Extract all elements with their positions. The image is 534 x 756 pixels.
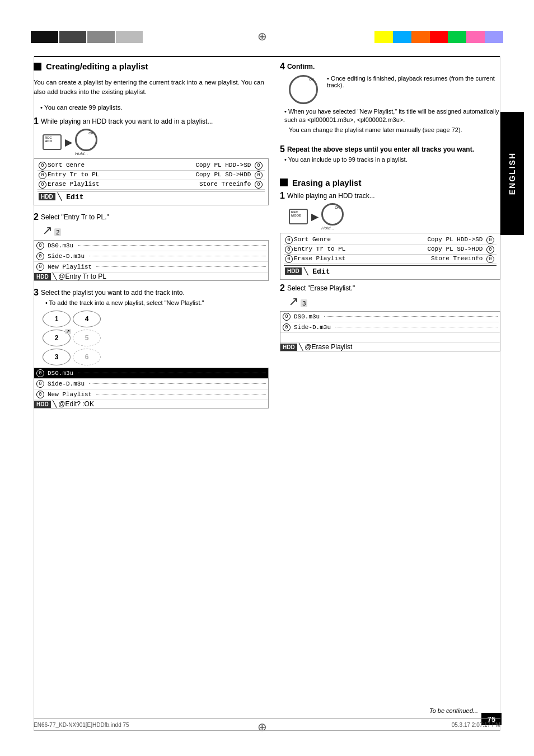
top-border-line [34,56,500,57]
step2-num: 2 [34,212,39,222]
step1-row: 1 While playing an HDD track you want to… [34,116,269,128]
line-ext-6 [96,394,266,395]
bar-light [116,31,143,43]
erase-step1-container: 1 While playing an HDD track... RECMODE … [280,191,500,280]
erasing-section-title: Erasing a playlist [292,178,361,187]
e-circle-r3: 0 [486,255,494,263]
cursor-icon: ↖ [43,223,53,238]
step4-row: 4 Confirm. [280,62,500,73]
pl-row-new-1: 0 New Playlist [34,262,268,273]
step2-row: 2 Select "Entry Tr to PL." [34,212,269,223]
erasing-section-header: Erasing a playlist [280,178,500,187]
bar-dark [59,31,87,43]
erase-step1-row: 1 While playing an HDD track... [280,191,500,202]
step1-knob-area: RECHDD ▶ OK Hold... [43,129,269,156]
erase-step2-desc: Select "Erase Playlist." [287,284,355,292]
confirm-knob: OK [289,75,318,104]
step3-row: 3 Select the playlist you want to add th… [34,288,269,308]
num-1: 1 [43,311,71,327]
confirm-bullet-1: • Once editing is finished, playback res… [327,75,500,88]
erase-menu-row2-left: 0Entry Tr to PL [285,246,345,253]
circle3: 0 [39,181,46,189]
pl-row-ds0-1: 0 DS0.m3u [34,241,268,251]
step5-num: 5 [280,144,285,154]
circle-r3: 0 [255,181,263,189]
erase-step1-menu-box: 0Sort Genre Copy PL HDD->SD 0 0Entry Tr … [280,233,500,280]
cb-red [430,31,448,43]
e-circle2: 0 [285,246,293,253]
step1-container: 1 While playing an HDD track you want to… [34,116,269,208]
step4-extra-2: You can change the playlist name later m… [289,126,500,134]
num-6: 6 [73,349,101,365]
erase-arrow-icon: ▶ [311,212,318,222]
creating-section-title: Creating/editing a playlist [46,62,148,71]
erase-line-ext-1 [324,316,498,317]
circle-new-1: 0 [36,263,44,271]
erase-circle-ds0: 0 [283,313,291,321]
e-circle-r2: 0 [486,246,494,253]
erasing-section-icon [280,179,288,186]
circle-sided-2: 0 [36,380,44,388]
step2-container: 2 Select "Entry Tr to PL." ↖ 2 0 DS0.m3u… [34,212,269,283]
erase-pl-row-ds0: 0 DS0.m3u [280,312,500,322]
circle1: 0 [39,162,46,170]
menu-row2-right: Copy PL SD->HDD 0 [195,171,264,179]
step2-footer-label: ╲ @Entry Tr to PL [53,273,106,280]
footer-filename: EN66-77_KD-NX901[E]HDDfb.indd 75 [34,722,129,728]
reg-mark-top: ⊕ [257,30,267,43]
pl-sided-2-name: Side-D.m3u [48,381,85,387]
circle-r1: 0 [255,162,263,170]
cb-orange [411,31,430,43]
right-column: 4 Confirm. OK • Once editing is finished… [280,62,500,700]
step5-container: 5 Repeat the above steps until you enter… [280,144,500,165]
erase-step1-footer-label: ╲ Edit [304,267,330,276]
circle2: 0 [39,171,46,179]
step3-desc: Select the playlist you want to add the … [41,289,204,297]
step2-desc: Select "Entry Tr to PL." [41,213,109,221]
cb-cyan [393,31,411,43]
step4-num: 4 [280,62,285,72]
bar-med [87,31,115,43]
knob-rec-button: RECHDD [43,134,62,150]
step1-menu-box: 0Sort Genre Copy PL HDD->SD 0 0Entry Tr … [34,158,269,205]
pl-sided-1-name: Side-D.m3u [48,253,85,260]
hdd-badge: HDD [39,193,55,200]
footer-timestamp: 05.3.17 2:07:17 PM [452,722,500,728]
step3-sub-bullet: • To add the track into a new playlist, … [45,299,204,307]
hold-label: Hold... [75,151,97,156]
step4-desc: Confirm. [287,63,315,71]
step3-desc-wrap: Select the playlist you want to add the … [41,288,204,308]
cb-pink [466,31,485,43]
erase-menu-row1-left: 0Sort Genre [285,236,331,244]
menu-row1-right: Copy PL HDD->SD 0 [195,162,264,170]
knob-ok-button: OK [75,129,97,151]
erase-menu-row-3: 0Erase Playlist Store Treeinfo 0 [284,255,496,264]
circle-sided-1: 0 [36,252,44,260]
erase-line-ext-2 [335,327,498,327]
erase-menu-row2-right: Copy PL SD->HDD 0 [427,246,495,253]
cb-green [448,31,466,43]
erase-menu-row-1: 0Sort Genre Copy PL HDD->SD 0 [284,236,496,245]
erase-step2-num: 2 [280,283,285,293]
step1-menu-footer: HDD ╲ Edit [38,191,265,203]
erase-cursor-icon: ↖ [289,294,299,309]
erase-step1-knob-area: RECMODE ▶ OK Hold... [289,203,500,231]
cursor-2: ↗ [65,329,71,334]
menu-row-2: 0Entry Tr to PL Copy PL SD->HDD 0 [38,171,265,180]
footer-bar: EN66-77_KD-NX901[E]HDDfb.indd 75 05.3.17… [34,718,500,728]
erase-step2-playlist-box: 0 DS0.m3u 0 Side-D.m3u HDD ╲ @Erase Play… [280,311,500,351]
erase-knob-ok-wrapper: OK Hold... [321,203,344,231]
arrow-icon: ▶ [65,137,72,148]
pl-row-sided-1: 0 Side-D.m3u [34,251,268,262]
number-grid: 1 4 2 ↗ 5 3 6 [43,311,101,365]
step3-numgrid: 1 4 2 ↗ 5 3 6 [43,311,269,365]
bar-black [31,31,58,43]
erase-menu-row3-left: 0Erase Playlist [285,255,345,263]
step4-container: 4 Confirm. OK • Once editing is finished… [280,62,500,135]
erase-knob-rec: RECMODE [289,209,308,224]
step1-desc: While playing an HDD track you want to a… [41,118,213,125]
pl-ds0-2-name: DS0.m3u [48,370,73,377]
bottom-border-line [34,730,500,731]
step3-playlist-box: 0 DS0.m3u 0 Side-D.m3u 0 New Playlist HD… [34,368,269,408]
erase-menu-row1-right: Copy PL HDD->SD 0 [427,236,495,244]
